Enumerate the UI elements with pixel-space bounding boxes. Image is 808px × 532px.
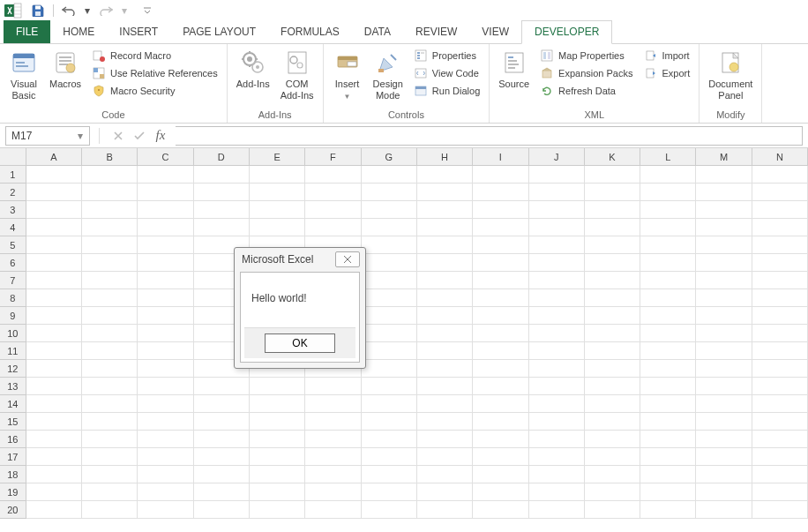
cell[interactable] xyxy=(26,395,82,413)
cell[interactable] xyxy=(473,501,528,519)
ok-button[interactable]: OK xyxy=(265,333,335,353)
macros-button[interactable]: Macros xyxy=(46,46,85,90)
cell[interactable] xyxy=(696,378,752,395)
cell[interactable] xyxy=(362,289,417,307)
row-header[interactable]: 19 xyxy=(0,483,26,501)
cell[interactable] xyxy=(138,360,193,378)
cell[interactable] xyxy=(138,289,193,307)
cell[interactable] xyxy=(305,395,361,413)
cell[interactable] xyxy=(82,254,138,272)
column-header[interactable]: M xyxy=(696,148,752,166)
row-header[interactable]: 12 xyxy=(0,360,26,378)
cell[interactable] xyxy=(417,219,473,236)
use-relative-references-button[interactable]: Use Relative References xyxy=(88,65,221,81)
cell[interactable] xyxy=(640,448,696,466)
cell[interactable] xyxy=(26,289,82,307)
cell[interactable] xyxy=(640,325,696,342)
cell[interactable] xyxy=(585,378,640,395)
cell[interactable] xyxy=(305,466,361,483)
row-header[interactable]: 5 xyxy=(0,236,26,254)
cell[interactable] xyxy=(362,272,417,289)
name-box-dropdown-icon[interactable]: ▾ xyxy=(73,129,87,143)
undo-dropdown-icon[interactable]: ▾ xyxy=(84,3,91,19)
cell[interactable] xyxy=(138,342,193,360)
row-header[interactable]: 16 xyxy=(0,431,26,448)
cell[interactable] xyxy=(26,501,82,519)
cell[interactable] xyxy=(305,413,361,431)
cell[interactable] xyxy=(696,166,752,184)
cell[interactable] xyxy=(696,413,752,431)
redo-dropdown-icon[interactable]: ▾ xyxy=(121,3,128,19)
cell[interactable] xyxy=(26,166,82,184)
cell[interactable] xyxy=(752,325,808,342)
cell[interactable] xyxy=(752,501,808,519)
column-header[interactable]: N xyxy=(752,148,808,166)
cancel-formula-icon[interactable] xyxy=(108,126,128,146)
cell[interactable] xyxy=(26,219,82,236)
cell[interactable] xyxy=(417,378,473,395)
cell[interactable] xyxy=(473,201,528,219)
cell[interactable] xyxy=(362,360,417,378)
cell[interactable] xyxy=(194,483,250,501)
cell[interactable] xyxy=(417,289,473,307)
cell[interactable] xyxy=(696,307,752,325)
cell[interactable] xyxy=(194,201,250,219)
cell[interactable] xyxy=(696,254,752,272)
cell[interactable] xyxy=(250,501,305,519)
cell[interactable] xyxy=(529,184,585,201)
cell[interactable] xyxy=(82,184,138,201)
cell[interactable] xyxy=(417,236,473,254)
cell[interactable] xyxy=(362,501,417,519)
cell[interactable] xyxy=(305,201,361,219)
cell[interactable] xyxy=(417,448,473,466)
cell[interactable] xyxy=(529,325,585,342)
name-box[interactable]: M17 ▾ xyxy=(5,126,90,146)
column-header[interactable]: E xyxy=(250,148,305,166)
document-panel-button[interactable]: Document Panel xyxy=(705,46,756,101)
cell[interactable] xyxy=(640,272,696,289)
column-header[interactable]: G xyxy=(362,148,417,166)
cell[interactable] xyxy=(362,325,417,342)
cell[interactable] xyxy=(696,431,752,448)
cell[interactable] xyxy=(250,201,305,219)
cell[interactable] xyxy=(473,395,528,413)
cell[interactable] xyxy=(250,448,305,466)
row-header[interactable]: 18 xyxy=(0,466,26,483)
select-all-corner[interactable] xyxy=(0,148,26,166)
cell[interactable] xyxy=(585,360,640,378)
tab-developer[interactable]: DEVELOPER xyxy=(521,20,612,44)
cell[interactable] xyxy=(752,483,808,501)
cell[interactable] xyxy=(362,219,417,236)
cell[interactable] xyxy=(640,184,696,201)
cell[interactable] xyxy=(26,360,82,378)
cell[interactable] xyxy=(194,378,250,395)
cell[interactable] xyxy=(138,501,193,519)
cell[interactable] xyxy=(473,289,528,307)
cell[interactable] xyxy=(26,378,82,395)
cell[interactable] xyxy=(138,166,193,184)
cell[interactable] xyxy=(529,236,585,254)
visual-basic-button[interactable]: Visual Basic xyxy=(5,46,42,101)
cell[interactable] xyxy=(752,236,808,254)
cell[interactable] xyxy=(752,184,808,201)
cell[interactable] xyxy=(752,254,808,272)
cell[interactable] xyxy=(640,307,696,325)
cell[interactable] xyxy=(82,272,138,289)
tab-page-layout[interactable]: PAGE LAYOUT xyxy=(170,21,268,43)
row-header[interactable]: 11 xyxy=(0,342,26,360)
row-header[interactable]: 17 xyxy=(0,448,26,466)
cell[interactable] xyxy=(362,413,417,431)
cell[interactable] xyxy=(529,466,585,483)
cell[interactable] xyxy=(138,201,193,219)
cell[interactable] xyxy=(640,431,696,448)
cell[interactable] xyxy=(362,431,417,448)
cell[interactable] xyxy=(138,307,193,325)
cell[interactable] xyxy=(752,289,808,307)
cell[interactable] xyxy=(529,342,585,360)
row-header[interactable]: 15 xyxy=(0,413,26,431)
cell[interactable] xyxy=(585,483,640,501)
cell[interactable] xyxy=(585,236,640,254)
cell[interactable] xyxy=(640,378,696,395)
cell[interactable] xyxy=(640,254,696,272)
cell[interactable] xyxy=(138,219,193,236)
